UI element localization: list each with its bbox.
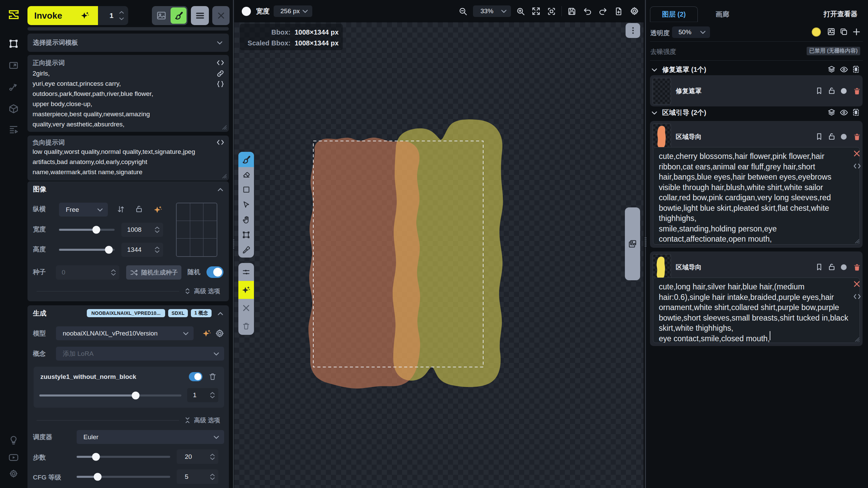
layer-color-swatch[interactable] [812,27,821,37]
code-icon[interactable] [216,59,224,67]
canvas-settings-button[interactable] [630,6,639,16]
decrement-icon[interactable] [155,230,160,233]
lora-weight-slider[interactable] [39,394,181,396]
plus-icon[interactable] [852,27,861,36]
rail-models-tab[interactable] [6,101,21,116]
invoke-button[interactable]: Invoke [27,6,98,25]
lora-toggle[interactable] [189,372,202,381]
zoom-out-button[interactable] [458,7,468,16]
model-settings-icon[interactable] [215,329,224,338]
bookmark-icon[interactable] [815,263,823,271]
code-icon[interactable] [853,292,861,301]
brush-width-select[interactable]: 256 px [274,5,312,17]
lock-aspect-icon[interactable] [135,205,143,213]
collapse-icon[interactable] [217,310,224,318]
cfg-slider-knob[interactable] [94,473,102,481]
code-icon[interactable] [853,162,861,170]
trash-icon[interactable] [853,133,861,141]
fit-bbox-button[interactable] [547,7,556,16]
tool-rectangle[interactable] [238,182,254,197]
image-advanced-options[interactable]: 高级 选项 [37,287,223,295]
rail-upscale-tab[interactable] [6,58,21,73]
tab-gallery[interactable]: 画廊 [705,6,740,22]
tool-delete[interactable] [238,317,254,335]
lora-select[interactable]: 添加 LoRA [56,347,224,361]
increment-icon[interactable] [155,226,160,229]
close-panel-button[interactable] [212,6,230,25]
lock-icon[interactable] [828,87,836,95]
layers-stack-icon[interactable] [827,108,836,117]
cfg-input[interactable]: 5 [177,469,218,484]
remove-prompt-icon[interactable] [853,280,861,288]
lora-weight-input[interactable]: 1 [187,388,218,402]
tool-eraser[interactable] [238,167,254,182]
increment-icon[interactable] [210,392,215,395]
rail-queue-tab[interactable] [6,122,21,137]
remove-prompt-icon[interactable] [853,149,861,158]
redo-button[interactable] [598,7,608,16]
lora-slider-knob[interactable] [132,392,140,400]
invoke-count-stepper[interactable]: 1 [98,6,128,25]
zoom-in-button[interactable] [516,7,525,16]
increment-icon[interactable] [111,269,116,272]
new-layer-from-image-button[interactable] [614,7,623,16]
resize-grip-icon[interactable] [221,124,227,130]
random-toggle[interactable] [206,266,223,278]
width-input[interactable]: 1008 [121,223,163,237]
opacity-select[interactable]: 50% [672,26,710,38]
inpaint-mask-layer-card[interactable]: 修复遮罩 [650,75,863,106]
dashed-rect-icon[interactable] [852,108,860,117]
canvas-mode-button[interactable] [171,7,186,24]
layers-stack-icon[interactable] [827,65,836,74]
panel-collapse-bar[interactable] [27,27,229,30]
resize-grip-icon[interactable] [221,173,227,179]
increment-icon[interactable] [210,473,215,476]
code-icon[interactable] [216,138,224,146]
tool-move[interactable] [238,197,254,212]
tool-invoke-region[interactable] [238,281,254,299]
aspect-select[interactable]: Free [59,203,108,217]
bookmark-icon[interactable] [815,87,823,95]
width-slider-knob[interactable] [93,226,100,234]
height-input[interactable]: 1344 [121,243,163,257]
resize-grip-icon[interactable] [854,238,860,244]
tool-bbox[interactable] [238,227,254,242]
model-select[interactable]: noobaiXLNAIXL_vPred10Version [56,326,194,340]
width-slider[interactable] [59,229,115,231]
tab-layers[interactable]: 图层 (2) [650,6,698,22]
trash-icon[interactable] [853,263,861,271]
tool-pan[interactable] [238,212,254,227]
steps-input[interactable]: 20 [177,449,218,464]
negative-prompt-input[interactable]: low quality,worst quality,normal quality… [33,147,217,177]
count-increment-icon[interactable] [119,11,124,14]
lock-icon[interactable] [828,133,836,141]
eye-icon[interactable] [840,65,848,74]
decrement-icon[interactable] [210,477,215,480]
brush-color-swatch[interactable] [242,7,251,16]
eye-icon[interactable] [840,108,848,117]
optimize-size-icon[interactable] [153,205,163,215]
region-guidance-card-1[interactable]: 区域导向 cute,cherry blossoms,hair flower,pi… [650,121,863,248]
trash-icon[interactable] [209,372,217,381]
cfg-slider[interactable] [77,476,170,478]
braces-icon[interactable] [216,80,224,88]
decrement-icon[interactable] [155,250,160,253]
increment-icon[interactable] [155,246,160,249]
zoom-select[interactable]: 33% [473,5,511,17]
layer-color-dot[interactable] [841,134,847,140]
menu-button[interactable] [191,6,209,25]
resize-grip-icon[interactable] [854,336,860,342]
dashed-rect-icon[interactable] [852,65,860,74]
randomize-seed-button[interactable]: 随机生成种子 [126,265,181,280]
layer-color-dot[interactable] [841,264,847,270]
image-mode-icon[interactable] [152,11,171,21]
regional-guidance-section-header[interactable]: 区域引导 (2个) [651,108,706,117]
decrement-icon[interactable] [111,273,116,276]
tool-filter[interactable] [238,263,254,281]
copy-icon[interactable] [840,27,848,36]
rail-canvas-tab[interactable] [6,36,21,51]
save-button[interactable] [567,7,576,16]
open-viewer-button[interactable]: 打开查看器 [824,9,857,19]
layer-color-dot[interactable] [841,88,847,94]
fit-to-canvas-button[interactable] [532,7,540,16]
